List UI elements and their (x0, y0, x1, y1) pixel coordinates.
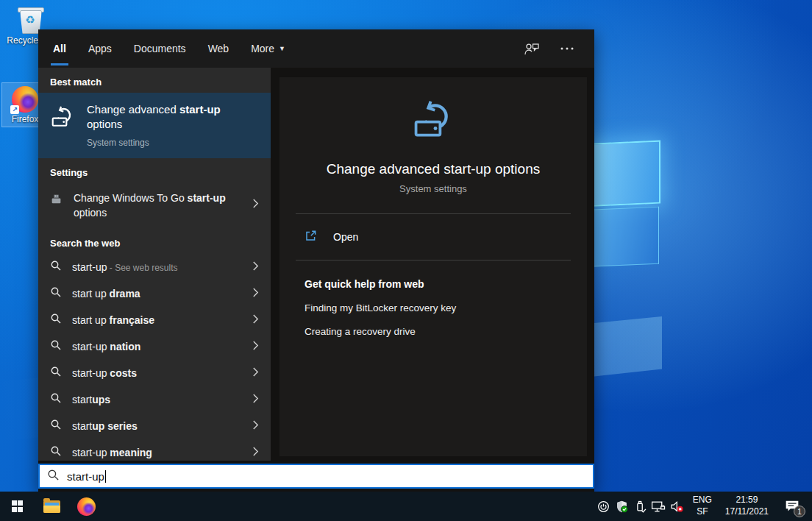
quick-help-title: Get quick help from web (304, 278, 562, 290)
best-match-subtitle: System settings (87, 138, 259, 148)
preview-subtitle: System settings (279, 183, 587, 194)
tray-security-icon[interactable] (613, 492, 631, 521)
file-explorer-button[interactable] (35, 492, 69, 521)
search-icon (50, 339, 62, 354)
tab-web[interactable]: Web (207, 29, 231, 68)
chevron-right-icon (252, 419, 259, 433)
web-result[interactable]: start-up nation (38, 333, 271, 360)
text-caret (105, 470, 106, 483)
search-icon (50, 445, 62, 460)
section-header-search-web: Search the web (38, 229, 271, 254)
chevron-right-icon (252, 313, 259, 327)
windows-to-go-icon (50, 193, 63, 208)
web-result[interactable]: startups (38, 386, 271, 413)
ellipsis-icon[interactable] (560, 47, 574, 50)
search-input[interactable]: start-up (38, 464, 594, 489)
shortcut-arrow-icon: ↗ (10, 105, 19, 114)
search-tabs-bar: All Apps Documents Web More ▼ (38, 29, 594, 68)
search-icon (47, 469, 60, 484)
quick-help-link[interactable]: Finding my BitLocker recovery key (304, 302, 562, 313)
chevron-right-icon (252, 260, 259, 274)
language-code: ENG (693, 495, 712, 506)
chevron-right-icon (252, 287, 259, 301)
search-icon (50, 366, 62, 380)
tray-usb-icon[interactable] (631, 492, 649, 521)
tray-power-icon[interactable] (594, 492, 613, 521)
tab-apps[interactable]: Apps (87, 29, 113, 68)
chevron-down-icon: ▼ (279, 45, 285, 52)
search-input-value: start-up (67, 470, 104, 483)
web-result[interactable]: startup series (38, 413, 271, 439)
settings-result[interactable]: Change Windows To Go start-up options (38, 183, 271, 230)
language-indicator[interactable]: ENG SF (693, 495, 712, 517)
keyboard-layout: SF (693, 506, 712, 518)
notification-badge: 1 (794, 506, 805, 517)
firefox-taskbar-button[interactable] (69, 492, 104, 521)
search-icon (50, 419, 62, 433)
clock-time: 21:59 (725, 495, 769, 506)
chevron-right-icon (252, 340, 259, 354)
open-label: Open (333, 231, 358, 243)
chevron-right-icon (252, 366, 259, 380)
web-result[interactable]: start-up costs (38, 360, 271, 386)
search-flyout: All Apps Documents Web More ▼ (38, 29, 594, 492)
file-explorer-icon (43, 500, 60, 513)
web-result[interactable]: start up française (38, 307, 271, 333)
settings-result-label: Change Windows To Go start-up options (74, 191, 244, 221)
web-result[interactable]: start-up meaning (38, 439, 271, 461)
feedback-icon[interactable] (524, 42, 540, 56)
search-icon (50, 260, 62, 274)
taskbar: ENG SF 21:59 17/11/2021 1 (0, 492, 812, 521)
start-button[interactable] (0, 492, 35, 521)
preview-title: Change advanced start-up options (279, 161, 587, 177)
best-match-result[interactable]: Change advanced start-up options System … (38, 93, 271, 158)
section-header-settings: Settings (38, 158, 271, 183)
chevron-right-icon (252, 393, 259, 407)
clock[interactable]: 21:59 17/11/2021 (725, 495, 769, 517)
tray-network-icon[interactable] (649, 492, 668, 521)
web-result[interactable]: start up drama (38, 280, 271, 307)
open-action[interactable]: Open (279, 214, 587, 260)
search-results-list: Best match Change advanced start-up opti… (38, 68, 271, 461)
search-icon (50, 392, 62, 407)
web-result[interactable]: start-up - See web results (38, 254, 271, 280)
open-icon (304, 230, 317, 245)
tab-documents[interactable]: Documents (132, 29, 188, 68)
tab-more[interactable]: More ▼ (249, 29, 287, 68)
windows-logo-icon (12, 500, 24, 512)
firefox-icon: ↗ (12, 86, 38, 113)
tab-all[interactable]: All (51, 29, 68, 68)
section-header-best-match: Best match (38, 68, 271, 93)
search-icon (50, 286, 62, 301)
clock-date: 17/11/2021 (725, 506, 769, 518)
quick-help-link[interactable]: Creating a recovery drive (304, 326, 562, 337)
action-center-button[interactable]: 1 (781, 492, 803, 521)
best-match-title: Change advanced start-up options (87, 103, 221, 130)
chevron-right-icon (252, 446, 259, 460)
tray-volume-muted-icon[interactable] (668, 492, 686, 521)
advanced-startup-icon (50, 104, 76, 148)
preview-panel: Change advanced start-up options System … (279, 77, 587, 456)
chevron-right-icon (252, 198, 259, 212)
advanced-startup-icon-large (411, 130, 455, 143)
search-icon (50, 313, 62, 327)
firefox-icon (77, 497, 96, 516)
